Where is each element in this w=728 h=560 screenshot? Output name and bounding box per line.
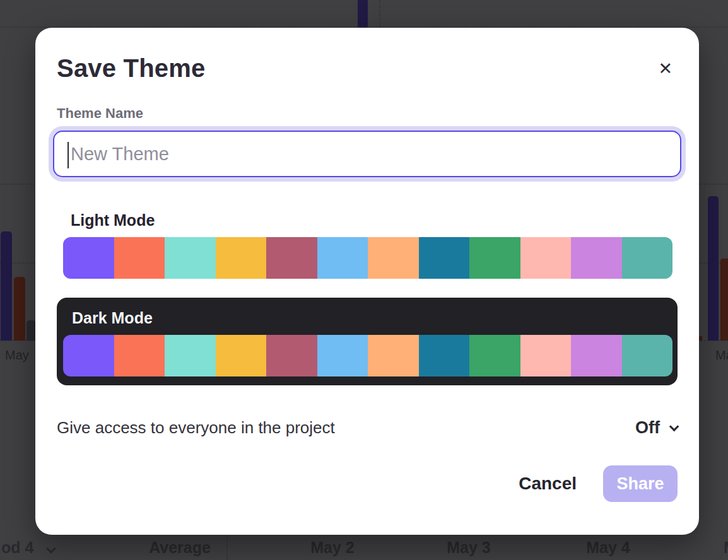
close-icon[interactable]: ✕ xyxy=(654,57,676,81)
chart-bar xyxy=(720,259,728,341)
color-swatch xyxy=(216,237,267,279)
chevron-down-icon xyxy=(46,544,56,554)
theme-name-input[interactable] xyxy=(54,132,680,176)
color-swatch xyxy=(114,237,165,279)
access-label: Give access to everyone in the project xyxy=(57,418,335,438)
color-swatch xyxy=(114,335,165,376)
color-swatch xyxy=(419,237,470,279)
chevron-down-icon xyxy=(669,422,679,432)
chart-gridline xyxy=(379,0,380,28)
chart-gridline xyxy=(226,534,228,560)
color-swatch xyxy=(63,237,114,279)
x-axis-label: Average xyxy=(149,539,211,557)
color-swatch xyxy=(571,237,622,279)
color-swatch xyxy=(266,237,317,279)
save-theme-dialog: Save Theme ✕ Theme Name Light Mode Dark … xyxy=(35,28,699,535)
share-button[interactable]: Share xyxy=(603,465,678,502)
dark-mode-section: Dark Mode xyxy=(57,298,678,385)
color-swatch xyxy=(266,335,317,376)
x-axis-label: May 2 xyxy=(310,539,354,557)
color-swatch xyxy=(520,237,572,279)
color-swatch xyxy=(520,335,572,376)
color-swatch xyxy=(368,237,419,279)
x-axis-label-clipped: M xyxy=(724,539,728,557)
chart-bar xyxy=(14,277,25,341)
color-swatch xyxy=(419,335,470,376)
x-axis-label: Ma xyxy=(715,348,728,363)
x-axis-label: May xyxy=(5,348,29,363)
theme-name-field-wrap xyxy=(53,131,681,177)
dialog-footer: Cancel Share xyxy=(57,465,678,502)
cancel-button[interactable]: Cancel xyxy=(519,474,577,494)
text-caret xyxy=(68,142,69,168)
color-swatch xyxy=(216,335,267,376)
chart-bar xyxy=(708,196,719,341)
x-axis-label: May 4 xyxy=(586,539,630,557)
period-dropdown[interactable]: od 4 xyxy=(1,539,54,557)
color-swatch xyxy=(63,335,114,376)
color-swatch xyxy=(368,335,419,376)
chart-bar xyxy=(358,0,368,28)
color-swatch xyxy=(317,237,368,279)
dark-mode-label: Dark Mode xyxy=(72,309,672,327)
color-swatch xyxy=(622,335,673,376)
access-dropdown-value: Off xyxy=(635,418,660,438)
chart-bar xyxy=(26,320,36,341)
light-mode-section: Light Mode xyxy=(63,211,672,279)
light-mode-palette xyxy=(63,237,672,279)
color-swatch xyxy=(317,335,368,376)
theme-name-label: Theme Name xyxy=(57,105,678,122)
dialog-title: Save Theme xyxy=(57,54,205,83)
color-swatch xyxy=(622,237,673,279)
access-row: Give access to everyone in the project O… xyxy=(57,417,678,439)
x-axis-label: May 3 xyxy=(447,539,490,557)
dark-mode-palette xyxy=(63,335,672,376)
color-swatch xyxy=(165,335,216,376)
access-dropdown[interactable]: Off xyxy=(634,417,678,439)
color-swatch xyxy=(571,335,622,376)
light-mode-label: Light Mode xyxy=(71,211,672,230)
color-swatch xyxy=(469,335,520,376)
period-dropdown-label: od 4 xyxy=(1,539,33,556)
color-swatch xyxy=(469,237,520,279)
chart-bar xyxy=(1,231,12,341)
color-swatch xyxy=(165,237,216,279)
